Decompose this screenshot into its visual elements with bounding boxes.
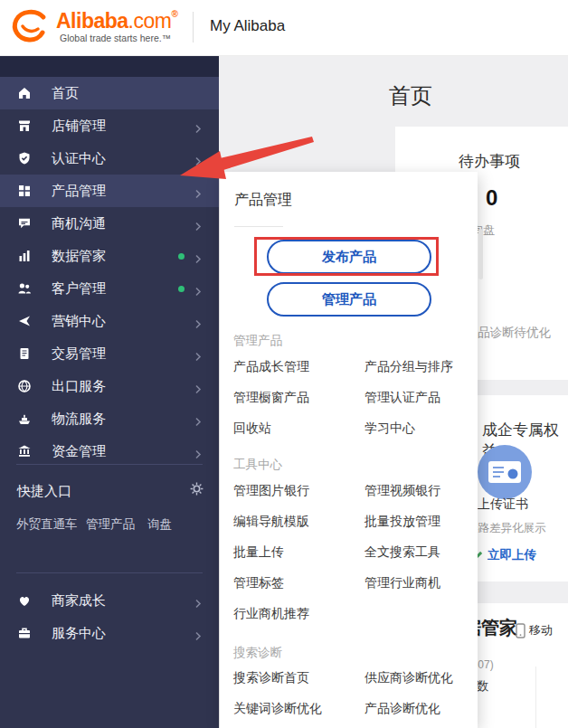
chevron-right-icon bbox=[194, 414, 203, 424]
sidebar-item-label: 数据管家 bbox=[52, 248, 106, 265]
sidebar-item-label: 产品管理 bbox=[52, 183, 106, 200]
top-header: Alibaba.com® Global trade starts here.™ … bbox=[0, 0, 568, 56]
chevron-right-icon bbox=[194, 284, 203, 294]
mobile-toggle[interactable]: 移动 bbox=[516, 622, 553, 638]
chat-icon bbox=[17, 216, 32, 231]
flyout-link[interactable]: 回收站 bbox=[233, 421, 271, 437]
benefit-description: 链路差异化展示 bbox=[467, 521, 546, 536]
store-icon bbox=[17, 118, 32, 133]
sidebar-item-label: 营销中心 bbox=[52, 313, 106, 330]
sidebar-item-data-manager[interactable]: 数据管家 bbox=[0, 240, 219, 272]
logo-registered-mark: ® bbox=[171, 9, 177, 19]
flyout-link[interactable]: 全文搜索工具 bbox=[364, 544, 440, 561]
chevron-right-icon bbox=[194, 317, 203, 326]
flyout-link[interactable]: 管理图片银行 bbox=[233, 483, 309, 499]
products-grid-icon bbox=[17, 184, 32, 198]
flyout-title: 产品管理 bbox=[234, 191, 292, 210]
gear-icon[interactable] bbox=[189, 481, 204, 496]
shield-check-icon bbox=[17, 151, 32, 165]
flyout-link[interactable]: 学习中心 bbox=[364, 421, 415, 437]
sidebar-item-label: 店铺管理 bbox=[52, 118, 106, 135]
section-title-tool-center: 工具中心 bbox=[233, 457, 282, 473]
flyout-link[interactable]: 行业商机推荐 bbox=[233, 606, 309, 622]
quicklink-inquiries[interactable]: 询盘 bbox=[147, 516, 172, 533]
flyout-link[interactable]: 编辑导航模版 bbox=[233, 514, 309, 530]
logo-wordmark[interactable]: Alibaba.com® bbox=[56, 9, 177, 33]
sidebar-divider bbox=[16, 464, 203, 465]
phone-icon bbox=[516, 623, 525, 638]
sidebar-item-products[interactable]: 产品管理 bbox=[0, 175, 219, 207]
manage-product-button[interactable]: 管理产品 bbox=[267, 282, 431, 317]
globe-icon bbox=[17, 379, 32, 393]
marketing-icon bbox=[17, 314, 32, 328]
flyout-link[interactable]: 供应商诊断优化 bbox=[364, 670, 453, 686]
sidebar-item-store[interactable]: 店铺管理 bbox=[0, 109, 219, 142]
flyout-link[interactable]: 管理认证产品 bbox=[364, 390, 440, 406]
section-title-manage-products: 管理产品 bbox=[233, 333, 282, 349]
flyout-link[interactable]: 管理视频银行 bbox=[364, 483, 440, 499]
diagnosis-pending-label: 品诊断待优化 bbox=[478, 325, 551, 341]
sidebar-item-trade[interactable]: 交易管理 bbox=[0, 337, 219, 370]
chevron-right-icon bbox=[194, 219, 203, 229]
sidebar-item-export[interactable]: 出口服务 bbox=[0, 370, 219, 402]
sidebar-nav: 首页 店铺管理 认证中心 产品管理 商机沟通 数据管家 客户管理 营销中心 bbox=[0, 56, 219, 728]
app-title: My Alibaba bbox=[210, 17, 285, 35]
users-icon bbox=[17, 281, 32, 296]
flyout-title-divider bbox=[234, 226, 283, 227]
sidebar-item-customers[interactable]: 客户管理 bbox=[0, 272, 219, 305]
flyout-link[interactable]: 批量投放管理 bbox=[364, 514, 440, 530]
sidebar-item-certification[interactable]: 认证中心 bbox=[0, 142, 219, 175]
sidebar-item-business-chat[interactable]: 商机沟通 bbox=[0, 207, 219, 240]
logo-main: Alibaba bbox=[56, 9, 128, 33]
sidebar-item-label: 认证中心 bbox=[52, 150, 106, 167]
heart-icon bbox=[17, 593, 32, 608]
mobile-label: 移动 bbox=[529, 622, 553, 638]
upload-certificate-label: 上传证书 bbox=[478, 496, 528, 513]
card-column-divider bbox=[535, 667, 536, 728]
bank-icon bbox=[17, 444, 32, 459]
certificate-icon bbox=[478, 445, 532, 499]
inquiry-count[interactable]: 0 bbox=[486, 185, 497, 211]
logo-tagline: Global trade starts here.™ bbox=[60, 33, 171, 43]
sidebar-item-label: 资金管理 bbox=[52, 443, 106, 460]
sidebar-item-label: 物流服务 bbox=[52, 411, 106, 428]
sidebar-divider bbox=[16, 572, 203, 573]
sidebar-item-merchant-growth[interactable]: 商家成长 bbox=[0, 584, 219, 617]
todo-card-title: 待办事项 bbox=[459, 151, 520, 172]
quicklink-p4p[interactable]: 外贸直通车 bbox=[16, 516, 78, 533]
flyout-link[interactable]: 产品分组与排序 bbox=[364, 359, 453, 375]
chevron-right-icon bbox=[194, 447, 203, 457]
alibaba-logo-icon[interactable] bbox=[9, 7, 52, 52]
flyout-link[interactable]: 管理橱窗产品 bbox=[233, 390, 309, 406]
sidebar-item-service-center[interactable]: 服务中心 bbox=[0, 617, 219, 649]
flyout-link[interactable]: 管理标签 bbox=[233, 575, 284, 591]
shortcut-entry-title: 快捷入口 bbox=[17, 483, 71, 500]
sidebar-item-label: 商家成长 bbox=[52, 592, 106, 610]
chevron-right-icon bbox=[194, 121, 203, 131]
notification-dot bbox=[178, 253, 185, 260]
chevron-right-icon bbox=[194, 251, 203, 261]
flyout-link[interactable]: 批量上传 bbox=[233, 544, 284, 561]
chevron-right-icon bbox=[194, 154, 203, 164]
sidebar-item-label: 客户管理 bbox=[52, 280, 106, 298]
ship-icon bbox=[17, 411, 32, 426]
sidebar-item-home[interactable]: 首页 bbox=[0, 77, 219, 109]
flyout-link[interactable]: 管理行业商机 bbox=[364, 575, 440, 591]
sidebar-item-funds[interactable]: 资金管理 bbox=[0, 435, 219, 468]
stat-label: 数 bbox=[477, 678, 489, 695]
chevron-right-icon bbox=[194, 349, 203, 359]
chevron-right-icon bbox=[194, 596, 203, 606]
briefcase-icon bbox=[17, 626, 32, 640]
page-title: 首页 bbox=[389, 81, 432, 110]
upload-now-link[interactable]: 立即上传 bbox=[472, 547, 536, 563]
quicklink-manage-products[interactable]: 管理产品 bbox=[86, 516, 135, 533]
bar-chart-icon bbox=[17, 249, 32, 263]
flyout-link[interactable]: 产品成长管理 bbox=[233, 359, 309, 375]
sidebar-item-label: 商机沟通 bbox=[52, 215, 106, 232]
flyout-link[interactable]: 关键词诊断优化 bbox=[233, 701, 322, 717]
flyout-link[interactable]: 搜索诊断首页 bbox=[233, 670, 309, 686]
sidebar-item-marketing[interactable]: 营销中心 bbox=[0, 305, 219, 337]
scrollbar-thumb[interactable] bbox=[478, 229, 483, 279]
flyout-link[interactable]: 产品诊断优化 bbox=[364, 701, 440, 717]
sidebar-item-logistics[interactable]: 物流服务 bbox=[0, 402, 219, 435]
